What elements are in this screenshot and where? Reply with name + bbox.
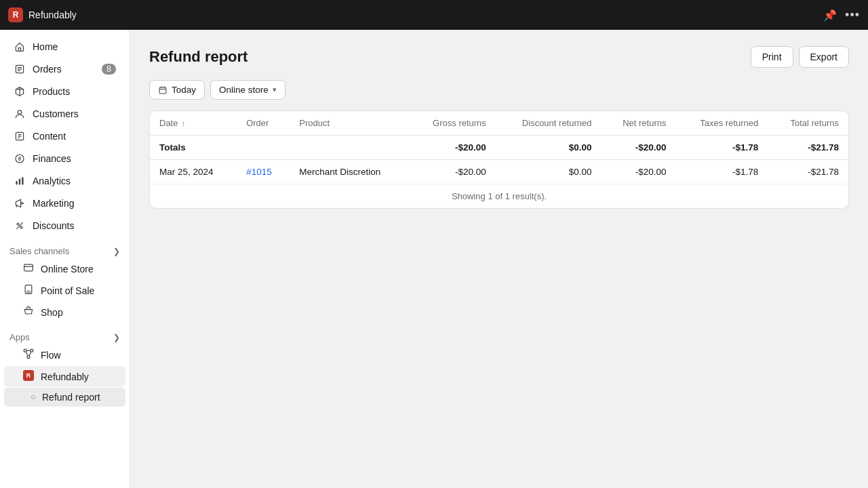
col-net-returns: Net returns: [601, 111, 675, 136]
col-total-returns: Total returns: [768, 111, 848, 136]
page-title: Refund report: [149, 48, 248, 66]
svg-line-27: [29, 352, 31, 356]
sort-icon: ↑: [182, 119, 186, 127]
svg-rect-12: [16, 181, 17, 185]
svg-rect-21: [27, 291, 31, 292]
more-icon[interactable]: •••: [845, 8, 860, 22]
home-icon: [14, 41, 26, 53]
sidebar-item-home-label: Home: [33, 41, 58, 52]
topbar-right: 📌 •••: [823, 8, 860, 22]
sidebar-item-content-label: Content: [33, 131, 66, 142]
sidebar-item-refund-report[interactable]: Refund report: [4, 388, 125, 407]
row-taxes-returned: -$1.78: [675, 160, 768, 184]
channel-filter-label: Online store: [219, 85, 269, 95]
date-filter-label: Today: [172, 85, 196, 95]
print-button[interactable]: Print: [751, 46, 793, 68]
sidebar-item-online-store[interactable]: Online Store: [4, 258, 125, 279]
sidebar-item-finances[interactable]: Finances: [4, 148, 125, 169]
export-button[interactable]: Export: [799, 46, 849, 68]
flow-icon: [23, 348, 34, 361]
sidebar-item-orders[interactable]: Orders 8: [4, 58, 125, 80]
sidebar-item-analytics[interactable]: Analytics: [4, 170, 125, 192]
apps-expand-icon[interactable]: ❯: [113, 333, 120, 342]
sidebar-item-customers[interactable]: Customers: [4, 103, 125, 125]
customers-icon: [14, 108, 26, 120]
svg-point-16: [20, 226, 22, 228]
sidebar-item-discounts[interactable]: Discounts: [4, 215, 125, 237]
sidebar-item-flow[interactable]: Flow: [4, 344, 125, 365]
table-row: Mar 25, 2024 #1015 Merchant Discretion -…: [150, 160, 848, 184]
svg-rect-30: [159, 87, 166, 93]
totals-label: Totals: [150, 136, 237, 160]
order-link[interactable]: #1015: [246, 167, 272, 177]
row-discount-returned: $0.00: [496, 160, 601, 184]
apps-group: Apps ❯: [0, 328, 130, 344]
sidebar-item-shop-label: Shop: [41, 307, 63, 318]
sidebar-item-shop[interactable]: Shop: [4, 302, 125, 323]
row-product: Merchant Discretion: [290, 160, 409, 184]
marketing-icon: [14, 197, 26, 209]
sidebar-item-discounts-label: Discounts: [33, 220, 74, 231]
report-table: Date ↑ Order Product Gross returns: [149, 110, 849, 209]
topbar: R Refundably 📌 •••: [0, 0, 868, 30]
header-actions: Print Export: [751, 46, 849, 68]
row-date: Mar 25, 2024: [150, 160, 237, 184]
totals-product: [290, 136, 409, 160]
date-filter[interactable]: Today: [149, 80, 205, 100]
sidebar-item-products[interactable]: Products: [4, 81, 125, 102]
table-header-row: Date ↑ Order Product Gross returns: [150, 111, 848, 136]
app-icon: R: [8, 7, 23, 22]
orders-badge: 8: [102, 64, 116, 75]
sales-channels-expand-icon[interactable]: ❯: [113, 247, 120, 256]
page-header: Refund report Print Export: [149, 46, 849, 68]
sidebar-item-orders-label: Orders: [33, 64, 62, 75]
content-icon: [14, 130, 26, 142]
discounts-icon: [14, 220, 26, 232]
svg-point-23: [31, 349, 33, 352]
svg-rect-18: [24, 264, 33, 271]
totals-taxes-returned: -$1.78: [675, 136, 768, 160]
showing-text: Showing 1 of 1 result(s).: [150, 184, 848, 209]
row-gross-returns: -$20.00: [410, 160, 496, 184]
sidebar-item-refund-report-label: Refund report: [42, 392, 100, 403]
sidebar-item-home[interactable]: Home: [4, 36, 125, 58]
row-total-returns: -$21.78: [768, 160, 848, 184]
products-icon: [14, 85, 26, 98]
col-date[interactable]: Date ↑: [150, 111, 237, 136]
showing-row: Showing 1 of 1 result(s).: [150, 184, 848, 209]
row-net-returns: -$20.00: [601, 160, 675, 184]
sidebar-item-analytics-label: Analytics: [33, 176, 71, 186]
sidebar: Home Orders 8 Products Customers: [0, 30, 130, 488]
svg-line-26: [26, 352, 28, 356]
sidebar-item-flow-label: Flow: [41, 350, 61, 361]
main-content: Refund report Print Export Today Online …: [130, 30, 868, 488]
sidebar-item-point-of-sale[interactable]: Point of Sale: [4, 280, 125, 301]
channel-filter[interactable]: Online store ▾: [210, 80, 285, 100]
sidebar-item-content[interactable]: Content: [4, 125, 125, 147]
chevron-down-icon: ▾: [273, 85, 277, 94]
row-order: #1015: [237, 160, 290, 184]
analytics-icon: [14, 175, 26, 187]
col-gross-returns: Gross returns: [410, 111, 496, 136]
refund-report-dot: [31, 395, 35, 399]
totals-discount-returned: $0.00: [496, 136, 601, 160]
svg-rect-14: [22, 177, 23, 184]
sales-channels-group: Sales channels ❯: [0, 242, 130, 258]
sidebar-item-marketing-label: Marketing: [33, 198, 74, 209]
apps-label: Apps: [9, 332, 30, 342]
online-store-icon: [23, 262, 34, 275]
app-name: Refundably: [28, 9, 77, 20]
calendar-icon: [158, 85, 167, 95]
sidebar-item-pos-label: Point of Sale: [41, 285, 94, 296]
apps-nav: Flow R Refundably Refund report: [0, 344, 130, 407]
sidebar-item-refundably[interactable]: R Refundably: [4, 366, 125, 387]
sidebar-item-finances-label: Finances: [33, 153, 71, 164]
pin-icon[interactable]: 📌: [823, 9, 837, 22]
finances-icon: [14, 152, 26, 165]
totals-total-returns: -$21.78: [768, 136, 848, 160]
sidebar-item-refundably-label: Refundably: [41, 371, 89, 382]
sidebar-item-marketing[interactable]: Marketing: [4, 192, 125, 214]
sidebar-item-products-label: Products: [33, 86, 70, 97]
svg-point-22: [24, 349, 26, 352]
refundably-icon: R: [23, 370, 34, 383]
